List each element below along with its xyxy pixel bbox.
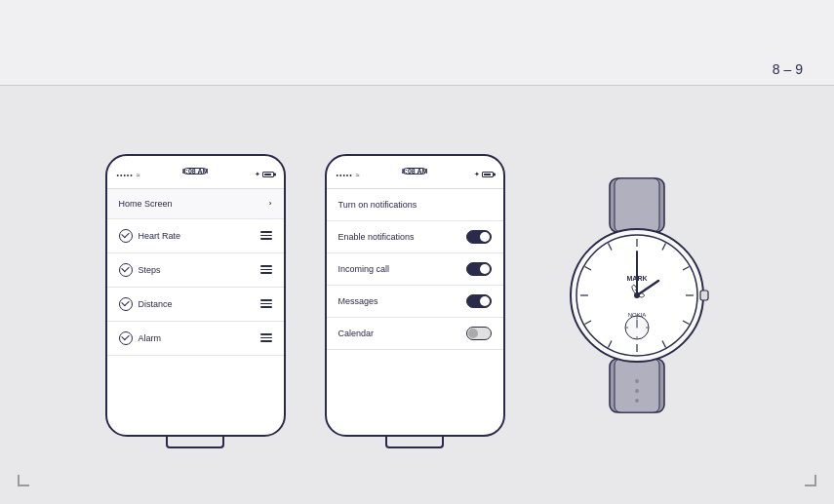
distance-label: Distance [139,299,173,309]
drag-line-1 [260,231,272,233]
notif-incoming-label: Incoming call [338,264,390,274]
check-mark [121,298,129,306]
heartrate-left: Heart Rate [119,229,181,243]
phone2: ••••• ≈ 8:08 AM ✦ Turn on notifications [325,154,505,437]
phone1-status-right: ✦ [255,171,274,178]
notif-enable-label: Enable notifications [338,232,415,242]
svg-point-4 [635,379,639,383]
phone2-speaker [403,168,426,174]
distance-left: Distance [119,297,173,311]
toggle-knob [480,296,490,306]
distance-drag-icon [260,299,272,308]
check-mark [121,230,129,238]
phone1-body: Home Screen › Heart Rate [107,189,284,435]
phone2-signal: ••••• ≈ [337,172,361,178]
phone2-status-right: ✦ [474,171,494,178]
drag-line-3 [260,238,272,240]
watch-illustration: MARK NOKIA [549,169,725,422]
svg-rect-21 [700,291,708,300]
phone1: ••••• ≈ 8:08 AM ✦ Home Screen › [105,154,286,437]
notif-enable-toggle[interactable] [466,230,492,244]
notif-calendar[interactable]: Calendar [327,318,503,350]
phone2-body: Turn on notifications Enable notificatio… [327,189,503,435]
notif-messages-label: Messages [338,296,378,306]
steps-check-icon [119,263,133,277]
phone2-wrapper: ••••• ≈ 8:08 AM ✦ Turn on notifications [325,154,505,437]
svg-point-6 [635,399,639,403]
toggle-knob [480,232,490,242]
phone1-menu-distance[interactable]: Distance [107,288,284,322]
heartrate-drag-icon [260,231,272,240]
notif-messages-toggle[interactable] [466,294,492,308]
header: 8 – 9 [0,0,834,86]
home-chevron-icon: › [269,199,272,208]
phone1-battery-icon [262,172,274,177]
distance-check-icon [119,297,133,311]
alarm-left: Alarm [119,331,162,345]
notif-header-label: Turn on notifications [338,200,417,210]
phone1-stand [166,437,224,448]
notif-header: Turn on notifications [327,189,503,221]
drag-line-2 [260,303,272,305]
steps-drag-icon [260,265,272,274]
drag-line-2 [260,337,272,339]
home-screen-label: Home Screen [119,199,173,209]
phone2-battery-icon [482,172,494,177]
phone1-speaker [183,168,207,174]
battery-fill [264,174,271,175]
notif-incoming-call[interactable]: Incoming call [327,253,503,286]
svg-rect-1 [615,178,659,232]
notif-calendar-toggle[interactable] [466,327,492,340]
notif-calendar-label: Calendar [338,329,375,338]
drag-line-2 [260,235,272,237]
check-mark [121,264,129,272]
alarm-drag-icon [260,333,272,342]
drag-line-1 [260,299,272,301]
alarm-check-icon [119,331,133,345]
toggle-knob [480,264,490,274]
drag-line-2 [260,269,272,271]
watch-container: MARK NOKIA [544,169,730,422]
drag-line-1 [260,265,272,267]
page-number: 8 – 9 [773,61,803,77]
phone1-menu-steps[interactable]: Steps [107,253,284,288]
phone1-menu-heartrate[interactable]: Heart Rate [107,219,284,253]
heartrate-label: Heart Rate [139,231,181,241]
phone1-menu-alarm[interactable]: Alarm [107,322,284,356]
steps-left: Steps [119,263,161,277]
phone2-stand [385,437,444,448]
notif-enable[interactable]: Enable notifications [327,221,503,253]
notif-incoming-toggle[interactable] [466,262,492,276]
phone1-wrapper: ••••• ≈ 8:08 AM ✦ Home Screen › [105,154,286,437]
drag-line-3 [260,306,272,308]
phone1-bt-icon: ✦ [255,171,260,178]
heartrate-check-icon [119,229,133,243]
drag-line-1 [260,333,272,335]
phone2-bt-icon: ✦ [474,171,480,178]
drag-line-3 [260,272,272,274]
svg-point-5 [635,389,639,393]
alarm-label: Alarm [139,333,162,343]
drag-line-3 [260,340,272,342]
main-content: ••••• ≈ 8:08 AM ✦ Home Screen › [0,86,834,504]
battery-fill2 [484,174,491,175]
steps-label: Steps [139,265,161,275]
check-mark [121,332,129,340]
svg-point-32 [634,292,640,298]
phone1-menu-home[interactable]: Home Screen › [107,189,284,219]
phone1-signal: ••••• ≈ [117,172,141,178]
svg-rect-3 [615,359,659,412]
toggle-knob [468,329,478,338]
notif-messages[interactable]: Messages [327,286,503,318]
